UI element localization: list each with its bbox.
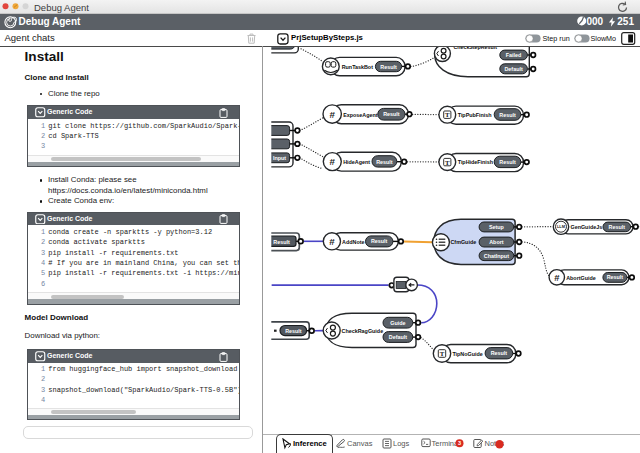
svg-text:HideAgent: HideAgent (343, 159, 370, 165)
svg-text:Result: Result (609, 224, 626, 230)
svg-text:Result: Result (380, 63, 397, 69)
svg-text:Failed: Failed (506, 52, 522, 58)
svg-text:Result: Result (499, 111, 516, 117)
svg-text:#: # (330, 156, 336, 167)
svg-text:Abort: Abort (489, 239, 504, 245)
svg-text:CfmGuide: CfmGuide (451, 239, 477, 245)
svg-text:TipPubFinish: TipPubFinish (458, 112, 492, 118)
svg-text:TipHideFinish: TipHideFinish (458, 159, 493, 165)
svg-text:Setup: Setup (489, 224, 505, 230)
svg-text:Result: Result (607, 274, 624, 280)
svg-text:GenGuideJs: GenGuideJs (570, 224, 602, 230)
svg-text:3: 3 (458, 440, 461, 446)
svg-text:Result: Result (491, 350, 508, 356)
svg-text:T: T (445, 111, 450, 118)
svg-text:#: # (329, 109, 335, 120)
svg-text:AbortGuide: AbortGuide (566, 274, 596, 280)
svg-text:Default: Default (504, 66, 522, 72)
svg-text:Result: Result (383, 111, 400, 117)
svg-text:Default: Default (389, 334, 407, 340)
svg-text:ChatInput: ChatInput (484, 252, 509, 258)
svg-text:Result: Result (273, 239, 290, 245)
svg-text:Result: Result (285, 328, 302, 334)
svg-text:LLM: LLM (557, 224, 565, 229)
svg-text:Result: Result (376, 158, 393, 164)
svg-text:Guide: Guide (390, 320, 405, 326)
svg-text:#: # (329, 236, 335, 247)
svg-text:CheckRagGuide: CheckRagGuide (342, 327, 384, 333)
svg-text:AddNote: AddNote (342, 238, 364, 244)
svg-text:Result: Result (371, 238, 388, 244)
svg-text:T: T (445, 158, 450, 165)
svg-text:CheckStepResult: CheckStepResult (454, 47, 498, 50)
svg-text:ExposeAgent: ExposeAgent (343, 111, 378, 117)
svg-text:Result: Result (499, 159, 516, 165)
svg-text:RunTaskBot: RunTaskBot (342, 63, 373, 69)
svg-text:TipNoGuide: TipNoGuide (452, 351, 482, 357)
svg-text:#: # (554, 271, 560, 282)
svg-text:Input: Input (273, 155, 286, 161)
svg-text:T: T (440, 350, 445, 357)
